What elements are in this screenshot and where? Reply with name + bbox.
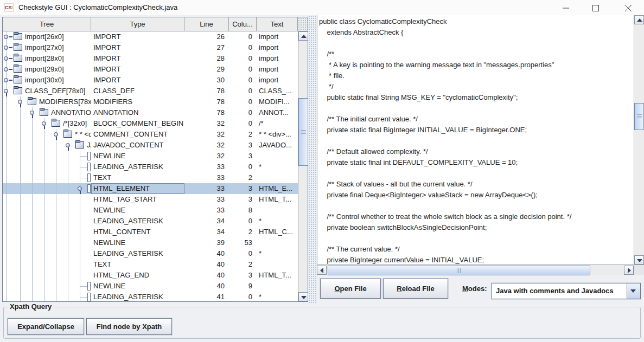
expand-handle-collapsed[interactable] bbox=[4, 56, 8, 61]
tree-table-row[interactable]: ANNOTATION[78x0]ANNOTATION780ANNOT... bbox=[3, 107, 298, 118]
maximize-icon bbox=[592, 5, 599, 11]
expand-handle-expanded[interactable] bbox=[42, 121, 46, 126]
tree-table-row[interactable]: NEWLINE323 bbox=[3, 151, 298, 162]
expand-collapse-button[interactable]: Expand/Collapse bbox=[8, 318, 84, 335]
tree-cell bbox=[3, 205, 91, 216]
tree-table-row[interactable]: LEADING_ASTERISK410* bbox=[3, 292, 298, 301]
scrollbar-thumb[interactable] bbox=[634, 103, 644, 130]
scroll-up-button[interactable] bbox=[634, 15, 644, 24]
document-icon bbox=[87, 152, 91, 160]
dropdown-arrow-button[interactable] bbox=[627, 283, 640, 299]
tree-line bbox=[44, 194, 44, 205]
scroll-down-button[interactable] bbox=[634, 255, 644, 264]
tree-table-row[interactable]: NEWLINE3953 bbox=[3, 237, 298, 248]
type-cell: COMMENT_CONTENT bbox=[91, 129, 184, 140]
column-header-tree[interactable]: Tree bbox=[3, 17, 91, 31]
code-horizontal-scrollbar[interactable] bbox=[317, 264, 634, 275]
type-cell: IMPORT bbox=[91, 42, 184, 53]
tree-line bbox=[80, 167, 87, 167]
tree-table-row[interactable]: import[27x0]IMPORT270import bbox=[3, 42, 298, 53]
folder-icon bbox=[75, 141, 84, 149]
expand-handle-expanded[interactable] bbox=[78, 186, 82, 191]
tree-table-row[interactable]: HTML_CONTENT342HTML_C... bbox=[3, 227, 298, 237]
reload-file-button[interactable]: Reload File bbox=[383, 279, 448, 299]
column-cell: 3 bbox=[229, 194, 257, 205]
text-cell: import bbox=[257, 53, 298, 64]
tree-table-row[interactable]: import[29x0]IMPORT290import bbox=[3, 64, 298, 75]
expand-handle-collapsed[interactable] bbox=[4, 67, 8, 72]
type-cell: ANNOTATION bbox=[91, 107, 184, 118]
tree-table-row[interactable]: JAVADOC_CONTENT[32x3]JAVADOC_CONTENT323J… bbox=[3, 140, 298, 151]
tree-table-row[interactable]: /*[32x0]BLOCK_COMMENT_BEGIN320/* bbox=[3, 118, 298, 129]
expand-handle-expanded[interactable] bbox=[4, 89, 8, 93]
tree-table-row[interactable]: * * <div>...COMMENT_CONTENT322* * <div>.… bbox=[3, 129, 298, 140]
tree-table-row[interactable]: HTML_TAG_START333HTML_T... bbox=[3, 194, 298, 205]
tree-table-row[interactable]: import[26x0]IMPORT260import bbox=[3, 31, 298, 42]
column-cell: 0 bbox=[229, 118, 257, 129]
type-cell: NEWLINE bbox=[91, 151, 184, 162]
modes-dropdown[interactable]: Java with comments and Javadocs bbox=[492, 283, 641, 299]
scrollbar-thumb[interactable] bbox=[298, 98, 308, 166]
maximize-button[interactable] bbox=[583, 0, 608, 15]
tree-line bbox=[44, 270, 44, 281]
column-header-line[interactable]: Line bbox=[184, 17, 229, 31]
minimize-button[interactable] bbox=[553, 0, 578, 15]
find-node-by-xpath-button[interactable]: Find node by Xpath bbox=[86, 318, 172, 335]
tree-table-row[interactable]: CLASS_DEF[78x0]CLASS_DEF780CLASS_... bbox=[3, 86, 298, 96]
scroll-up-button[interactable] bbox=[298, 31, 308, 41]
folder-icon bbox=[40, 109, 48, 116]
source-code-panel[interactable]: public class CyclomaticComplexityCheck e… bbox=[317, 15, 634, 264]
tree-table-row[interactable]: HTML_TAG_END403HTML_T... bbox=[3, 270, 298, 281]
xpath-query-group: Xpath Query Expand/Collapse Find node by… bbox=[3, 307, 641, 339]
arrow-left-icon bbox=[320, 268, 323, 273]
tree-line bbox=[32, 216, 33, 227]
tree-table-row[interactable]: NEWLINE338 bbox=[3, 205, 298, 216]
scrollbar-thumb[interactable] bbox=[328, 266, 590, 275]
tree-table-row[interactable]: TEXT402 bbox=[3, 259, 298, 270]
type-cell: JAVADOC_CONTENT bbox=[91, 140, 184, 151]
column-header-colu[interactable]: Colu... bbox=[229, 17, 257, 31]
scroll-down-button[interactable] bbox=[298, 292, 308, 301]
tree-line bbox=[32, 205, 33, 216]
close-button[interactable] bbox=[616, 0, 641, 15]
tree-line bbox=[56, 140, 56, 151]
tree-line bbox=[32, 162, 33, 172]
expand-handle-collapsed[interactable] bbox=[4, 46, 8, 50]
tree-table-row[interactable]: MODIFIERS[78x0]MODIFIERS780MODIFI... bbox=[3, 96, 298, 107]
column-cell: 3 bbox=[229, 140, 257, 151]
line-cell: 34 bbox=[184, 216, 229, 227]
expand-handle-expanded[interactable] bbox=[18, 100, 22, 104]
scroll-left-button[interactable] bbox=[317, 266, 327, 275]
app-icon: CS! bbox=[4, 3, 14, 12]
tree-table-row[interactable]: LEADING_ASTERISK340* bbox=[3, 216, 298, 227]
tree-table-row[interactable]: HTML_ELEMENT[33x3]HTML_ELEMENT333HTML_E.… bbox=[3, 183, 298, 194]
text-cell: * bbox=[257, 162, 298, 172]
tree-node-label: MODIFIERS[78x0] bbox=[39, 96, 91, 107]
column-header-text[interactable]: Text bbox=[257, 17, 298, 31]
scroll-right-button[interactable] bbox=[624, 266, 634, 275]
column-header-type[interactable]: Type bbox=[91, 17, 184, 31]
split-pane-divider[interactable] bbox=[308, 15, 317, 304]
expand-handle-expanded[interactable] bbox=[30, 111, 34, 115]
tree-table-row[interactable]: TEXT332 bbox=[3, 172, 298, 183]
expand-handle-collapsed[interactable] bbox=[4, 78, 8, 82]
line-cell: 26 bbox=[184, 31, 229, 42]
tree-line bbox=[6, 96, 7, 107]
tree-line bbox=[68, 205, 68, 216]
expand-handle-collapsed[interactable] bbox=[4, 35, 8, 39]
expand-handle-expanded[interactable] bbox=[54, 132, 58, 137]
open-file-button[interactable]: Open File bbox=[320, 279, 381, 299]
tree-line bbox=[44, 227, 44, 237]
line-cell: 33 bbox=[184, 183, 229, 194]
tree-table-row[interactable]: LEADING_ASTERISK400* bbox=[3, 248, 298, 259]
tree-table-row[interactable]: import[30x0]IMPORT300import bbox=[3, 75, 298, 86]
expand-handle-expanded[interactable] bbox=[66, 143, 70, 147]
tree-line bbox=[6, 227, 7, 237]
line-cell: 40 bbox=[184, 270, 229, 281]
tree-table-row[interactable]: NEWLINE409 bbox=[3, 281, 298, 292]
code-vertical-scrollbar[interactable] bbox=[634, 15, 644, 264]
tree-line bbox=[44, 140, 44, 151]
tree-vertical-scrollbar[interactable] bbox=[298, 31, 308, 301]
tree-table-row[interactable]: import[28x0]IMPORT280import bbox=[3, 53, 298, 64]
tree-table-row[interactable]: LEADING_ASTERISK330* bbox=[3, 162, 298, 172]
